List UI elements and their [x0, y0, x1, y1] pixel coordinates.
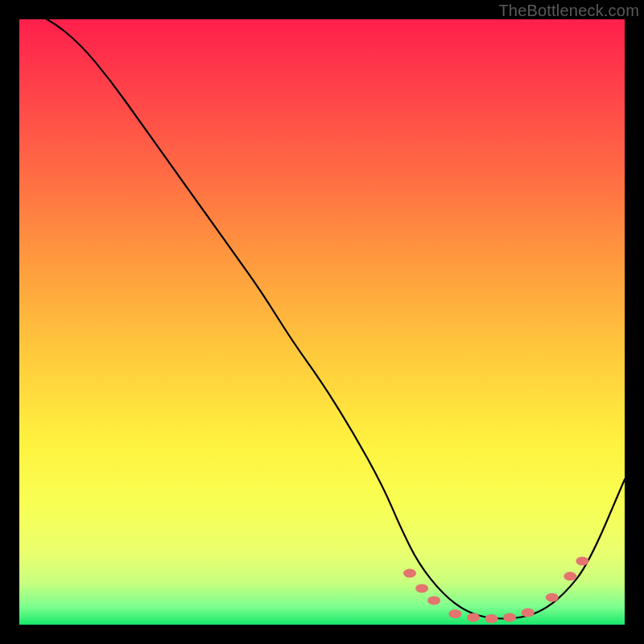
marker-cluster-left-2: [415, 584, 428, 592]
marker-trough-2: [467, 613, 480, 622]
marker-trough-1: [448, 609, 461, 618]
marker-right-3: [576, 557, 588, 566]
marker-trough-3: [485, 614, 498, 623]
marker-cluster-left-3: [427, 596, 440, 605]
curve-markers: [403, 557, 588, 624]
plot-area: [19, 19, 625, 625]
watermark-text: TheBottleneck.com: [498, 2, 639, 20]
marker-right-1: [546, 593, 559, 602]
marker-cluster-left-1: [403, 569, 416, 578]
marker-trough-4: [503, 613, 516, 622]
bottleneck-curve: [19, 19, 625, 619]
chart-svg: [19, 19, 625, 625]
marker-trough-5: [522, 609, 535, 617]
marker-right-2: [564, 572, 576, 580]
chart-frame: TheBottleneck.com: [0, 0, 644, 644]
